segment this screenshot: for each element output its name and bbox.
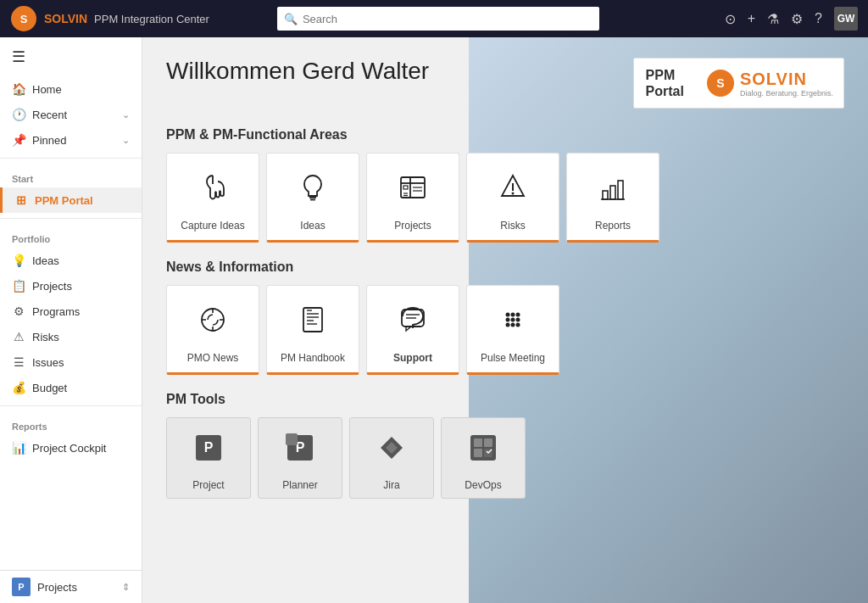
card-risks[interactable]: Risks <box>466 153 559 243</box>
news-section-title: News & Information <box>166 260 844 275</box>
svg-rect-51 <box>474 449 482 457</box>
user-avatar[interactable]: GW <box>834 7 858 31</box>
card-capture-ideas[interactable]: Capture Ideas <box>166 153 259 243</box>
ppm-cards: Capture Ideas Ideas <box>166 153 844 243</box>
topbar-actions: ⊙ + ⚗ ⚙ ? GW <box>725 7 858 31</box>
recent-icon: 🕐 <box>12 108 25 121</box>
news-cards: PMO News PM Handbook <box>166 285 844 375</box>
sidebar-item-issues[interactable]: ☰ Issues <box>0 349 142 375</box>
project-tool-icon: P <box>191 430 226 472</box>
sidebar-item-pinned[interactable]: 📌 Pinned ⌄ <box>0 127 142 153</box>
sidebar-item-risks[interactable]: ⚠ Risks <box>0 324 142 349</box>
card-jira-tool[interactable]: Jira <box>349 417 434 499</box>
sidebar-item-projects[interactable]: 📋 Projects <box>0 273 142 299</box>
support-label: Support <box>393 352 432 364</box>
portfolio-section-title: Portfolio <box>0 224 142 248</box>
card-support[interactable]: Support <box>366 285 459 375</box>
svg-point-35 <box>511 313 515 317</box>
card-reports[interactable]: Reports <box>566 153 659 243</box>
sidebar-item-project-cockpit[interactable]: 📊 Project Cockpit <box>0 435 142 461</box>
sidebar-item-recent[interactable]: 🕐 Recent ⌄ <box>0 102 142 127</box>
solvin-tagline: Dialog. Beratung. Ergebnis. <box>740 89 833 98</box>
ideas-bulb-icon <box>294 169 331 211</box>
card-projects[interactable]: Projects <box>366 153 459 243</box>
pulse-meeting-label: Pulse Meeting <box>481 352 545 364</box>
svg-rect-47 <box>286 433 298 445</box>
ideas-label: Ideas <box>300 220 325 232</box>
projects-icon: 📋 <box>12 279 25 293</box>
pm-handbook-icon <box>294 301 331 343</box>
start-section-title: Start <box>0 164 142 187</box>
tools-section-title: PM Tools <box>166 392 844 407</box>
search-input[interactable] <box>303 13 593 25</box>
svg-rect-9 <box>403 186 408 189</box>
reports-card-label: Reports <box>595 220 631 232</box>
sidebar-bottom-projects[interactable]: P Projects ⇕ <box>0 570 142 603</box>
svg-point-41 <box>511 323 515 327</box>
card-ideas[interactable]: Ideas <box>266 153 359 243</box>
pmo-news-label: PMO News <box>187 352 239 364</box>
svg-point-15 <box>512 193 515 195</box>
settings-icon[interactable]: ⚙ <box>791 11 803 27</box>
recent-expand-icon: ⌄ <box>122 109 130 120</box>
ideas-icon: 💡 <box>12 254 25 267</box>
cockpit-icon: 📊 <box>12 441 25 455</box>
planner-tool-icon: P <box>282 430 318 472</box>
solvin-badge-icon: S <box>706 69 735 98</box>
ppm-portal-badge[interactable]: PPMPortal S SOLVIN Dialog. Beratung. Erg… <box>633 58 844 109</box>
svg-text:S: S <box>716 76 724 90</box>
search-icon: 🔍 <box>284 13 298 25</box>
pinned-expand-icon: ⌄ <box>122 135 130 146</box>
sidebar-item-programs[interactable]: ⚙ Programs <box>0 299 142 324</box>
pm-handbook-label: PM Handbook <box>281 352 345 364</box>
planner-tool-label: Planner <box>282 479 317 491</box>
budget-icon: 💰 <box>12 381 25 394</box>
reports-card-icon <box>594 169 632 211</box>
app-title: PPM Integration Center <box>94 13 209 25</box>
projects-card-label: Projects <box>394 220 431 232</box>
jira-tool-label: Jira <box>383 479 399 491</box>
svg-rect-16 <box>603 191 608 199</box>
risks-icon: ⚠ <box>12 330 25 343</box>
welcome-title: Willkommen Gerd Walter <box>166 58 429 85</box>
filter-icon[interactable]: ⚗ <box>767 11 779 27</box>
topbar-logo: S SOLVIN PPM Integration Center <box>10 5 209 32</box>
project-tool-label: Project <box>192 479 224 491</box>
sidebar-item-ppm-portal[interactable]: ⊞ PPM Portal <box>0 187 142 213</box>
card-pulse-meeting[interactable]: Pulse Meeting <box>466 285 559 375</box>
help-icon[interactable]: ? <box>815 11 822 26</box>
svg-point-40 <box>506 323 510 327</box>
sidebar-item-ideas[interactable]: 💡 Ideas <box>0 248 142 273</box>
ppm-section-title: PPM & PM-Functional Areas <box>166 127 844 142</box>
card-pmo-news[interactable]: PMO News <box>166 285 259 375</box>
svg-point-34 <box>506 313 510 317</box>
target-icon[interactable]: ⊙ <box>725 11 736 27</box>
search-bar[interactable]: 🔍 <box>277 7 599 31</box>
solvin-logo-icon: S <box>10 5 37 32</box>
svg-point-37 <box>506 318 510 322</box>
card-devops-tool[interactable]: DevOps <box>441 417 526 499</box>
svg-text:S: S <box>20 13 28 25</box>
projects-avatar: P <box>12 578 31 596</box>
svg-rect-49 <box>474 438 482 447</box>
card-planner-tool[interactable]: P Planner <box>258 417 342 499</box>
projects-expand-icon: ⇕ <box>122 582 130 593</box>
card-pm-handbook[interactable]: PM Handbook <box>266 285 359 375</box>
svg-rect-50 <box>484 438 492 447</box>
solvin-badge-logo: S SOLVIN Dialog. Beratung. Ergebnis. <box>696 62 843 104</box>
jira-tool-icon <box>374 430 409 472</box>
pulse-meeting-icon <box>494 301 531 343</box>
plus-icon[interactable]: + <box>748 11 755 26</box>
sidebar-item-home[interactable]: 🏠 Home <box>0 76 142 102</box>
svg-point-39 <box>516 318 520 322</box>
sidebar-item-budget[interactable]: 💰 Budget <box>0 375 142 400</box>
main-content-area: Willkommen Gerd Walter PPMPortal S SOLVI… <box>142 37 868 603</box>
svg-point-36 <box>516 313 520 317</box>
welcome-header: Willkommen Gerd Walter PPMPortal S SOLVI… <box>166 58 844 109</box>
risks-card-icon <box>494 169 531 211</box>
hamburger-menu[interactable]: ☰ <box>0 37 142 76</box>
tools-cards: P Project P Planner <box>166 417 844 499</box>
projects-card-icon <box>394 169 431 211</box>
card-project-tool[interactable]: P Project <box>166 417 251 499</box>
pin-icon: 📌 <box>12 133 25 147</box>
